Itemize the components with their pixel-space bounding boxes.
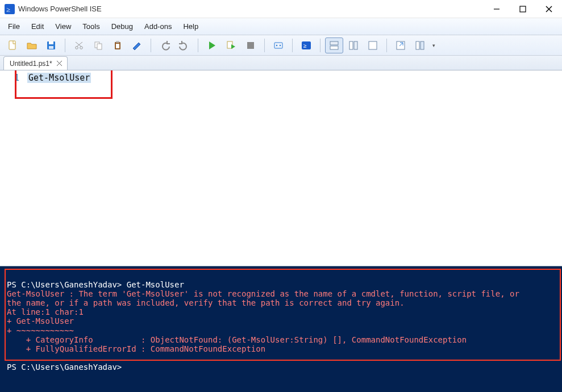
- svg-text:≥: ≥: [6, 5, 10, 13]
- minimize-button[interactable]: [484, 0, 510, 18]
- line-number: 1: [0, 73, 27, 83]
- script-editor-pane[interactable]: 1 Get-MsolUser: [0, 70, 562, 266]
- svg-point-22: [276, 44, 277, 45]
- svg-rect-9: [49, 46, 53, 49]
- menu-debug[interactable]: Debug: [106, 20, 139, 33]
- copy-button[interactable]: [89, 37, 107, 53]
- console-error-line: + Get-MsolUser: [7, 316, 74, 326]
- clear-button[interactable]: [128, 37, 146, 53]
- toolbar-separator: [320, 39, 320, 52]
- cut-button[interactable]: [70, 37, 88, 53]
- console-pane[interactable]: PS C:\Users\GaneshYadav> Get-MsolUser Ge…: [0, 266, 562, 392]
- editor-code-selection[interactable]: Get-MsolUser: [27, 73, 91, 83]
- show-script-max-button[interactable]: [364, 37, 382, 53]
- menu-addons[interactable]: Add-ons: [139, 20, 177, 33]
- paste-button[interactable]: [109, 37, 127, 53]
- new-remote-tab-button[interactable]: [269, 37, 288, 53]
- svg-rect-3: [520, 6, 526, 12]
- tab-close-icon[interactable]: [56, 60, 64, 68]
- console-error-line: Get-MsolUser : The term 'Get-MsolUser' i…: [7, 289, 519, 298]
- svg-rect-15: [97, 44, 102, 49]
- run-selection-button[interactable]: [222, 37, 240, 53]
- show-script-top-button[interactable]: [325, 37, 343, 53]
- menu-view[interactable]: View: [49, 20, 77, 33]
- save-button[interactable]: [42, 37, 60, 53]
- tab-untitled1[interactable]: Untitled1.ps1*: [3, 56, 68, 70]
- titlebar: ≥ Windows PowerShell ISE: [0, 0, 562, 18]
- menu-file[interactable]: File: [2, 20, 26, 33]
- show-script-right-button[interactable]: [344, 37, 363, 53]
- svg-rect-26: [330, 41, 338, 45]
- maximize-button[interactable]: [510, 0, 536, 18]
- stop-button[interactable]: [242, 37, 260, 53]
- toolbar-separator: [198, 39, 198, 52]
- powershell-tab-button[interactable]: ≥: [297, 37, 315, 53]
- editor-line: 1 Get-MsolUser: [0, 70, 562, 83]
- console-error-line: + FullyQualifiedErrorId : CommandNotFoun…: [7, 344, 265, 353]
- undo-button[interactable]: [156, 37, 174, 53]
- svg-rect-6: [9, 41, 15, 49]
- toolbar: ≥ ▾: [0, 35, 562, 56]
- menu-help[interactable]: Help: [177, 20, 204, 33]
- console-output: PS C:\Users\GaneshYadav> Get-MsolUser Ge…: [0, 266, 562, 375]
- window-title: Windows PowerShell ISE: [18, 5, 102, 13]
- tab-label: Untitled1.ps1*: [10, 60, 52, 68]
- svg-rect-30: [369, 41, 377, 49]
- svg-rect-20: [247, 42, 254, 49]
- close-button[interactable]: [536, 0, 562, 18]
- toolbar-dropdown-icon[interactable]: ▾: [430, 43, 438, 48]
- svg-point-10: [76, 46, 78, 49]
- menu-edit[interactable]: Edit: [26, 20, 49, 33]
- window-controls: [484, 0, 562, 18]
- svg-line-13: [77, 42, 82, 47]
- svg-rect-33: [416, 41, 419, 49]
- toolbar-separator: [292, 39, 293, 52]
- console-prompt[interactable]: PS C:\Users\GaneshYadav>: [7, 362, 122, 372]
- svg-line-12: [76, 42, 81, 47]
- svg-rect-8: [49, 41, 53, 44]
- console-error-line: + ~~~~~~~~~~~~: [7, 326, 74, 335]
- show-command-button[interactable]: [392, 37, 410, 53]
- toolbar-separator: [264, 39, 265, 52]
- svg-rect-28: [349, 41, 353, 49]
- toolbar-separator: [386, 39, 387, 52]
- console-error-line: + CategoryInfo : ObjectNotFound: (Get-Ms…: [7, 335, 467, 344]
- run-script-button[interactable]: [203, 37, 221, 53]
- redo-button[interactable]: [175, 37, 193, 53]
- svg-rect-18: [116, 41, 119, 43]
- app-icon: ≥: [5, 4, 15, 14]
- toolbar-separator: [65, 39, 65, 52]
- console-error-line: the name, or if a path was included, ver…: [7, 298, 405, 307]
- tabstrip: Untitled1.ps1*: [0, 56, 562, 70]
- svg-rect-29: [354, 41, 357, 49]
- menubar: File Edit View Tools Debug Add-ons Help: [0, 18, 562, 35]
- svg-rect-21: [274, 43, 282, 48]
- toolbar-separator: [151, 39, 151, 52]
- svg-rect-27: [330, 46, 338, 49]
- svg-text:≥: ≥: [303, 43, 307, 49]
- svg-point-23: [280, 44, 281, 45]
- open-file-button[interactable]: [23, 37, 41, 53]
- console-line: PS C:\Users\GaneshYadav> Get-MsolUser: [7, 280, 184, 289]
- console-error-line: At line:1 char:1: [7, 307, 84, 316]
- menu-tools[interactable]: Tools: [77, 20, 105, 33]
- show-command-addon-button[interactable]: [411, 37, 429, 53]
- svg-rect-34: [421, 41, 424, 49]
- svg-point-11: [80, 46, 83, 49]
- svg-rect-17: [116, 44, 119, 48]
- new-file-button[interactable]: [3, 37, 22, 53]
